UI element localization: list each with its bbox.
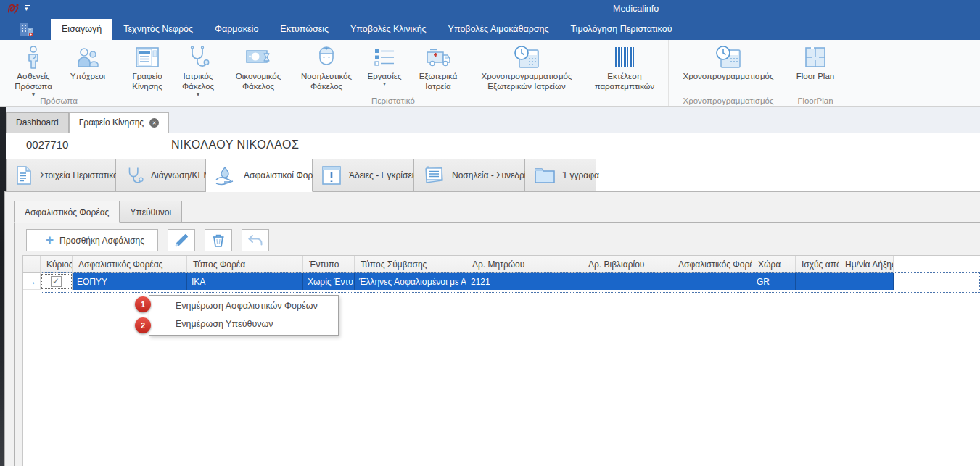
checkbox-checked-icon[interactable]	[51, 276, 62, 287]
tab-adeies-egkriseis[interactable]: Άδειες - Εγκρίσεις	[313, 159, 414, 192]
barcode-icon	[615, 43, 634, 71]
cell-asfalistikos-fore[interactable]	[672, 273, 752, 290]
menu-item-enimerosi-ypefthynon[interactable]: Ενημέρωση Υπεύθυνων	[149, 315, 338, 333]
tasks-checklist-icon	[373, 43, 396, 71]
cell-imnia-liksis[interactable]	[839, 273, 894, 290]
plus-icon: +	[46, 233, 54, 246]
ribbon-tab-timologisi[interactable]: Τιμολόγηση Περιστατικού	[559, 19, 683, 40]
cell-ar-vivliariou[interactable]	[582, 273, 672, 290]
ribbon-tab-ypovoles-klinikis[interactable]: Υποβολές Κλινικής	[339, 19, 437, 40]
undo-arrow-icon	[247, 233, 264, 248]
app-logo-icon	[6, 1, 22, 17]
cell-isxys-apo[interactable]	[796, 273, 839, 290]
ribbon-tab-ypovoles-aimokatharsis[interactable]: Υποβολές Αιμοκάθαρσης	[437, 19, 560, 40]
document-tab-dashboard[interactable]: Dashboard	[6, 112, 69, 133]
column-header-imnia-liksis[interactable]: Ημ/νία Λήξης Βιβ	[839, 256, 894, 273]
button-xronoprogrammatismos[interactable]: Χρονοπρογραμματισμός	[673, 42, 783, 81]
button-xronoprogrammatismos-iatreion[interactable]: Χρονοπρογραμματισμός Εξωτερικών Ιατρείων	[468, 42, 585, 92]
sub-tab-ypefthynoi[interactable]: Υπεύθυνοι	[120, 201, 182, 223]
delete-button[interactable]	[205, 229, 232, 251]
admissions-window-icon	[135, 43, 160, 71]
case-tab-strip: Στοιχεία Περιστατικού Διάγνωση/ΚΕΝ Ασφαλ…	[6, 159, 596, 192]
tab-label: Ασφαλιστικοί Φορείς	[244, 170, 323, 180]
tab-diagnosi-ken[interactable]: Διάγνωση/ΚΕΝ	[116, 159, 206, 192]
undo-button[interactable]	[242, 229, 269, 251]
button-grafeio-kinisis[interactable]: Γραφείο Κίνησης	[123, 42, 172, 92]
ribbon-tabs: Εισαγωγή Τεχνητός Νεφρός Φαρμακείο Εκτυπ…	[51, 19, 683, 40]
tab-label: Διάγνωση/ΚΕΝ	[151, 170, 210, 180]
column-header-typos-forea[interactable]: Τύπος Φορέα	[187, 256, 303, 273]
column-header-asfalistikos-fore[interactable]: Ασφαλιστικός Φορέ	[672, 256, 752, 273]
quick-access-caret-icon[interactable]	[25, 5, 31, 14]
ambulance-icon	[424, 43, 452, 71]
row-indicator-arrow-icon	[23, 273, 41, 290]
ribbon-group-peristatiko: Γραφείο Κίνησης Ιατρικός Φάκελος ▾	[118, 40, 669, 106]
button-ergasies[interactable]: Εργασίες ▾	[361, 42, 408, 87]
tab-label: Στοιχεία Περιστατικού	[40, 170, 123, 180]
ribbon-group-caption: Χρονοπρογραμματισμός	[669, 96, 788, 105]
column-header-entypo[interactable]: Έντυπο	[303, 256, 355, 273]
column-header-ar-vivliariou[interactable]: Αρ. Βιβλιαρίου	[582, 256, 672, 273]
stethoscope-icon	[125, 165, 144, 186]
cell-xora[interactable]: GR	[752, 273, 796, 290]
cell-entypo[interactable]: Χωρίς Έντυπο	[303, 273, 355, 290]
edit-button[interactable]	[168, 229, 195, 251]
button-iatrikos-fakelos[interactable]: Ιατρικός Φάκελος ▾	[172, 42, 224, 98]
cell-typos-forea[interactable]: ΙΚΑ	[187, 273, 303, 290]
window-title: Medicalinfo	[613, 4, 659, 14]
title-bar: Medicalinfo	[0, 0, 980, 19]
cell-ar-mitroou[interactable]: 2121	[466, 273, 582, 290]
column-header-xora[interactable]: Χώρα	[752, 256, 796, 273]
sub-tab-asfalistikos-foreas[interactable]: Ασφαλιστικός Φορέας	[14, 201, 120, 223]
ribbon-body: Ασθενείς Πρόσωπα ▾ Υπόχρεοι Πρόσωπα	[0, 40, 980, 107]
insurance-sub-tab-strip: Ασφαλιστικός Φορέας Υπεύθυνοι	[14, 201, 182, 223]
ribbon-tab-farmakeio[interactable]: Φαρμακείο	[204, 19, 269, 40]
cell-typos-symvasis[interactable]: Έλληνες Ασφαλισμένοι με ΑΜΚΑ	[355, 273, 466, 290]
people-icon	[75, 43, 100, 71]
close-icon[interactable]	[149, 118, 159, 128]
button-ektelesi-parapemptikon[interactable]: Εκτέλεση παραπεμπτικών	[585, 42, 664, 92]
ribbon-tab-eisagogi[interactable]: Εισαγωγή	[51, 19, 112, 40]
tab-stoixeia-peristatikou[interactable]: Στοιχεία Περιστατικού	[6, 159, 116, 192]
tab-label: Νοσηλεία - Συνεδρίες	[452, 170, 535, 180]
document-tab-grafeio-kinisis[interactable]: Γραφείο Κίνησης	[69, 112, 169, 133]
tab-asfalistikoi-foreis[interactable]: Ασφαλιστικοί Φορείς	[206, 159, 313, 192]
ribbon-tab-ektyposeis[interactable]: Εκτυπώσεις	[269, 19, 339, 40]
ribbon-tab-bar: Εισαγωγή Τεχνητός Νεφρός Φαρμακείο Εκτυπ…	[0, 19, 980, 40]
button-floor-plan[interactable]: Floor Plan	[793, 42, 838, 81]
table-row-selected[interactable]: ΕΟΠΥΥ ΙΚΑ Χωρίς Έντυπο Έλληνες Ασφαλισμέ…	[23, 273, 980, 290]
button-nosileftikos-fakelos[interactable]: Νοσηλευτικός Φάκελος	[292, 42, 361, 92]
kyrios-checkbox-cell[interactable]	[41, 273, 73, 290]
button-astheneis-prosopa[interactable]: Ασθενείς Πρόσωπα ▾	[4, 42, 62, 98]
button-oikonomikos-fakelos[interactable]: Οικονομικός Φάκελος	[224, 42, 292, 92]
cell-foreas[interactable]: ΕΟΠΥΥ	[73, 273, 187, 290]
column-header-ar-mitroou[interactable]: Αρ. Μητρώου	[466, 256, 582, 273]
add-insurance-label: Προσθήκη Ασφάλισης	[59, 236, 144, 246]
add-insurance-button[interactable]: + Προσθήκη Ασφάλισης	[26, 229, 158, 251]
ribbon-group-prosopa: Ασθενείς Πρόσωπα ▾ Υπόχρεοι Πρόσωπα	[0, 40, 118, 106]
column-header-typos-symvasis[interactable]: Τύπος Σύμβασης	[355, 256, 466, 273]
dropdown-caret-icon: ▾	[383, 81, 386, 87]
tab-nosileia-synedries[interactable]: Νοσηλεία - Συνεδρίες	[414, 159, 525, 192]
tab-eggrafa[interactable]: Έγγραφα	[525, 159, 596, 192]
application-menu-button[interactable]	[7, 19, 45, 40]
ribbon-group-floorplan: Floor Plan FloorPlan	[788, 40, 842, 106]
schedule-clock-calendar-icon	[715, 43, 741, 71]
column-header-kyrios[interactable]: Κύριος	[41, 256, 73, 273]
column-header-isxys-apo[interactable]: Ισχύς από	[796, 256, 839, 273]
floor-plan-icon	[804, 43, 827, 71]
button-ypoxreoi[interactable]: Υπόχρεοι	[62, 42, 113, 81]
grid-header-row: Κύριος Ασφαλιστικός Φορέας Τύπος Φορέα Έ…	[23, 256, 980, 273]
tab-label: Άδειες - Εγκρίσεις	[349, 170, 418, 180]
insurance-grid: Κύριος Ασφαλιστικός Φορέας Τύπος Φορέα Έ…	[22, 255, 980, 466]
patient-header: 0027710 ΝΙΚΟΛΑΟΥ ΝΙΚΟΛΑΟΣ	[6, 133, 980, 159]
sessions-notes-icon	[423, 165, 445, 186]
ribbon-tab-texnitos-nefros[interactable]: Τεχνητός Νεφρός	[112, 19, 204, 40]
menu-item-enimerosi-foreon[interactable]: Ενημέρωση Ασφαλιστικών Φορέων	[149, 297, 338, 315]
column-header-asfalistikos-foreas[interactable]: Ασφαλιστικός Φορέας	[73, 256, 187, 273]
ribbon-group-xronoprogrammatismos: Χρονοπρογραμματισμός Χρονοπρογραμματισμό…	[669, 40, 788, 106]
button-eksoterika-iatreia[interactable]: Εξωτερικά Ιατρεία	[408, 42, 468, 92]
row-indicator-header	[23, 256, 41, 273]
patient-name: ΝΙΚΟΛΑΟΥ ΝΙΚΟΛΑΟΣ	[171, 138, 299, 151]
insurance-sub-tab-page: + Προσθήκη Ασφάλισης	[14, 222, 980, 466]
